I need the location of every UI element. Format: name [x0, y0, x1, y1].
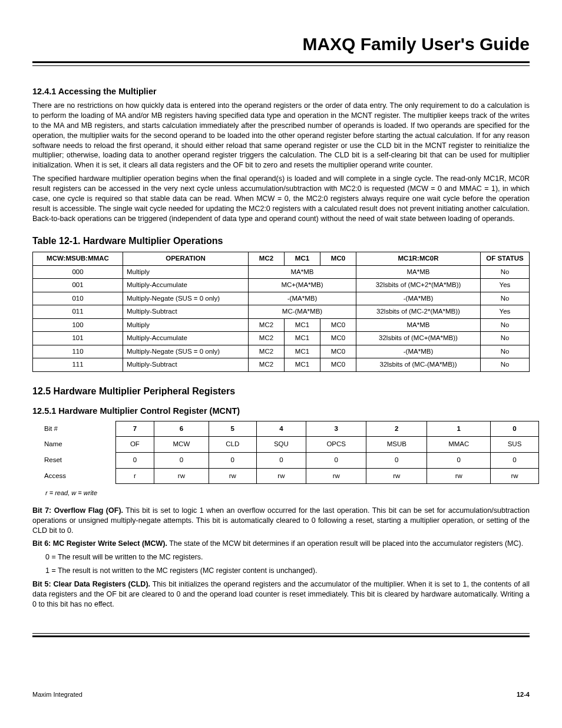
cell-mc2: MC2 — [249, 358, 285, 372]
bit6-label: Bit 6: MC Register Write Select (MCW). — [32, 539, 167, 548]
bit7-description: Bit 7: Overflow Flag (OF). This bit is s… — [32, 506, 530, 536]
cell-mc2: MC2 — [249, 345, 285, 358]
cell-mc2: MC2 — [249, 318, 285, 332]
register-row: NameOFMCWCLDSQUOPCSMSUBMMACSUS — [44, 437, 539, 453]
register-cell: 0 — [256, 452, 306, 468]
cell-code: 111 — [33, 358, 123, 372]
table-header-row: MCW:MSUB:MMAC OPERATION MC2 MC1 MC0 MC1R… — [33, 252, 530, 266]
bit6-value-1: 1 = The result is not written to the MC … — [45, 566, 530, 576]
cell-mc2: MC2 — [249, 332, 285, 345]
cell-of: Yes — [481, 279, 530, 292]
register-cell: MCW — [154, 437, 209, 453]
cell-mc0: MC0 — [320, 345, 356, 358]
register-table-note: r = read, w = write — [45, 489, 530, 498]
cell-mc1r: MA*MB — [356, 318, 481, 332]
register-cell: SQU — [256, 437, 306, 453]
col-mc2: MC2 — [249, 252, 285, 266]
register-cell: rw — [256, 468, 306, 484]
cell-mc1: MC1 — [285, 345, 320, 358]
rule-thin — [32, 65, 530, 66]
bit6-description: Bit 6: MC Register Write Select (MCW). T… — [32, 539, 530, 549]
cell-code: 110 — [33, 345, 123, 358]
cell-operation: Multiply — [123, 318, 249, 332]
cell-mc1r: 32lsbits of (MC-2*(MA*MB)) — [356, 305, 481, 319]
table-row: 001Multiply-AccumulateMC+(MA*MB)32lsbits… — [33, 279, 530, 292]
register-cell: 0 — [209, 452, 256, 468]
table-mcnt-register: Bit #76543210NameOFMCWCLDSQUOPCSMSUBMMAC… — [44, 421, 539, 484]
cell-operation: Multiply-Accumulate — [123, 279, 249, 292]
cell-of: No — [481, 345, 530, 358]
register-cell: MMAC — [427, 437, 491, 453]
cell-mc1r: 32lsbits of (MC+(MA*MB)) — [356, 332, 481, 345]
col-mc1r-mc0r: MC1R:MC0R — [356, 252, 481, 266]
cell-mc-merged: MC+(MA*MB) — [249, 279, 356, 292]
table-row: 110Multiply-Negate (SUS = 0 only)MC2MC1M… — [33, 345, 530, 358]
cell-code: 100 — [33, 318, 123, 332]
bit6-value-0: 0 = The result will be written to the MC… — [45, 552, 530, 562]
section-12-5-heading: 12.5 Hardware Multiplier Peripheral Regi… — [32, 385, 530, 398]
register-row-label: Reset — [44, 452, 116, 468]
register-row: Bit #76543210 — [44, 421, 539, 437]
paragraph: The specified hardware multiplier operat… — [32, 174, 530, 223]
register-cell: 0 — [491, 421, 539, 437]
table-row: 111Multiply-SubtractMC2MC1MC032lsbits of… — [33, 358, 530, 372]
register-cell: rw — [154, 468, 209, 484]
cell-operation: Multiply-Negate (SUS = 0 only) — [123, 345, 249, 358]
rule-thin — [32, 633, 530, 634]
register-row: Reset00000000 — [44, 452, 539, 468]
cell-of: No — [481, 265, 530, 279]
register-cell: 6 — [154, 421, 209, 437]
cell-operation: Multiply-Negate (SUS = 0 only) — [123, 292, 249, 305]
cell-code: 101 — [33, 332, 123, 345]
paragraph: There are no restrictions on how quickly… — [32, 101, 530, 170]
cell-mc1: MC1 — [285, 332, 320, 345]
register-cell: SUS — [491, 437, 539, 453]
register-cell: rw — [427, 468, 491, 484]
register-cell: 3 — [306, 421, 366, 437]
document-title: MAXQ Family User's Guide — [32, 32, 530, 57]
register-cell: OF — [116, 437, 154, 453]
cell-mc-merged: MA*MB — [249, 265, 356, 279]
table-row: 011Multiply-SubtractMC-(MA*MB)32lsbits o… — [33, 305, 530, 319]
bit7-label: Bit 7: Overflow Flag (OF). — [32, 506, 123, 515]
register-cell: 5 — [209, 421, 256, 437]
register-cell: 7 — [116, 421, 154, 437]
col-mc1: MC1 — [285, 252, 320, 266]
cell-mc1: MC1 — [285, 358, 320, 372]
register-cell: 2 — [366, 421, 427, 437]
register-cell: r — [116, 468, 154, 484]
register-cell: rw — [491, 468, 539, 484]
col-operation: OPERATION — [123, 252, 249, 266]
table-row: 010Multiply-Negate (SUS = 0 only)-(MA*MB… — [33, 292, 530, 305]
register-cell: 0 — [154, 452, 209, 468]
cell-of: No — [481, 358, 530, 372]
col-mc0: MC0 — [320, 252, 356, 266]
cell-code: 010 — [33, 292, 123, 305]
cell-operation: Multiply-Subtract — [123, 358, 249, 372]
table-row: 100MultiplyMC2MC1MC0MA*MBNo — [33, 318, 530, 332]
register-row-label: Bit # — [44, 421, 116, 437]
page-footer: Maxim Integrated 12-4 — [32, 690, 530, 699]
table-row: 000MultiplyMA*MBMA*MBNo — [33, 265, 530, 279]
cell-mc0: MC0 — [320, 332, 356, 345]
register-cell: rw — [209, 468, 256, 484]
register-cell: CLD — [209, 437, 256, 453]
register-row-label: Name — [44, 437, 116, 453]
footer-left: Maxim Integrated — [32, 690, 82, 699]
register-cell: 0 — [491, 452, 539, 468]
cell-mc0: MC0 — [320, 358, 356, 372]
cell-code: 001 — [33, 279, 123, 292]
section-12-5-1-heading: 12.5.1 Hardware Multiplier Control Regis… — [32, 406, 530, 417]
cell-of: No — [481, 318, 530, 332]
table-row: 101Multiply-AccumulateMC2MC1MC032lsbits … — [33, 332, 530, 345]
table-hardware-multiplier-operations: MCW:MSUB:MMAC OPERATION MC2 MC1 MC0 MC1R… — [32, 252, 530, 372]
cell-mc0: MC0 — [320, 318, 356, 332]
register-cell: rw — [366, 468, 427, 484]
section-12-4-1-heading: 12.4.1 Accessing the Multiplier — [32, 86, 530, 98]
col-mcw-msub-mmac: MCW:MSUB:MMAC — [33, 252, 123, 266]
cell-mc1: MC1 — [285, 318, 320, 332]
register-cell: 4 — [256, 421, 306, 437]
cell-mc1r: -(MA*MB) — [356, 345, 481, 358]
register-cell: OPCS — [306, 437, 366, 453]
cell-mc-merged: MC-(MA*MB) — [249, 305, 356, 319]
